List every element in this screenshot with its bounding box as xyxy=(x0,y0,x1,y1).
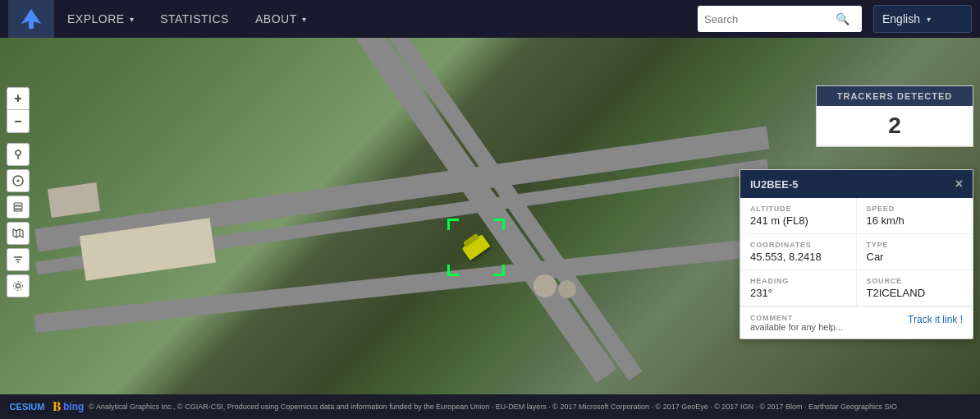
nav-about[interactable]: ABOUT ▾ xyxy=(242,0,319,38)
coordinates-value: 45.553, 8.2418 xyxy=(750,251,846,263)
track-link[interactable]: Track it link ! xyxy=(908,314,963,332)
altitude-label: ALTITUDE xyxy=(750,205,846,213)
cesium-logo-area: CESIUM xyxy=(7,399,48,414)
svg-rect-8 xyxy=(14,210,22,211)
search-bar[interactable]: 🔍 xyxy=(698,6,862,32)
comment-label: COMMENT xyxy=(750,314,901,322)
language-selector[interactable]: English ▾ xyxy=(873,5,972,33)
svg-marker-9 xyxy=(13,229,23,237)
target-corner-tl xyxy=(447,219,459,230)
filter-icon xyxy=(12,254,24,265)
comment-row: COMMENT available for any help... Track … xyxy=(740,306,973,338)
compass-icon xyxy=(12,175,24,186)
heading-value: 231° xyxy=(750,287,846,299)
cesium-text: CESIUM xyxy=(10,402,45,412)
zoom-out-button[interactable]: − xyxy=(7,110,30,133)
source-label: SOURCE xyxy=(867,277,964,285)
silo-2 xyxy=(558,280,576,298)
zoom-in-button[interactable]: + xyxy=(7,87,30,110)
nav-explore[interactable]: EXPLORE ▾ xyxy=(54,0,147,38)
heading-cell: HEADING 231° xyxy=(740,270,857,306)
speed-label: SPEED xyxy=(867,205,964,213)
info-close-button[interactable]: × xyxy=(955,177,963,191)
trackers-panel: TRACKERS DETECTED 2 xyxy=(816,85,973,147)
trackers-header: TRACKERS DETECTED xyxy=(817,86,973,106)
trackers-count: 2 xyxy=(817,106,973,146)
coordinates-label: COORDINATES xyxy=(750,241,846,249)
altitude-cell: ALTITUDE 241 m (FL8) xyxy=(740,198,857,234)
type-cell: TYPE Car xyxy=(857,234,973,270)
filter-button[interactable] xyxy=(7,248,30,271)
svg-point-2 xyxy=(16,150,21,155)
altitude-value: 241 m (FL8) xyxy=(750,214,846,227)
speed-cell: SPEED 16 km/h xyxy=(857,198,973,234)
coordinates-cell: COORDINATES 45.553, 8.2418 xyxy=(740,234,857,270)
svg-rect-1 xyxy=(29,21,34,29)
explore-caret-icon: ▾ xyxy=(130,15,135,24)
bing-logo-area: 𝐁 bing xyxy=(53,399,84,414)
bing-icon: 𝐁 xyxy=(53,399,62,414)
map-icon xyxy=(12,228,24,239)
info-panel: IU2BEE-5 × ALTITUDE 241 m (FL8) SPEED 16… xyxy=(740,169,973,339)
heading-label: HEADING xyxy=(750,277,846,285)
bing-text: bing xyxy=(63,401,84,412)
svg-point-15 xyxy=(16,284,21,288)
svg-rect-7 xyxy=(14,206,22,209)
type-label: TYPE xyxy=(867,241,964,249)
settings-button[interactable] xyxy=(7,274,30,297)
nav-statistics[interactable]: STATISTICS xyxy=(147,0,242,38)
search-icon: 🔍 xyxy=(836,12,849,25)
type-value: Car xyxy=(867,251,964,263)
vehicle-target[interactable] xyxy=(447,219,505,276)
cesium-logo: CESIUM xyxy=(7,399,48,414)
navbar: EXPLORE ▾ STATISTICS ABOUT ▾ 🔍 English ▾ xyxy=(0,0,980,38)
map-controls: + − xyxy=(7,87,30,297)
compass-button[interactable] xyxy=(7,169,30,192)
layers-icon xyxy=(12,201,24,213)
source-cell: SOURCE T2ICELAND xyxy=(857,270,973,306)
search-input[interactable] xyxy=(704,13,836,25)
svg-rect-6 xyxy=(14,203,22,205)
comment-left: COMMENT available for any help... xyxy=(750,314,901,332)
target-corner-tr xyxy=(493,219,505,230)
source-value: T2ICELAND xyxy=(867,287,964,299)
about-caret-icon: ▾ xyxy=(302,15,307,24)
target-corner-br xyxy=(493,265,505,276)
target-corner-bl xyxy=(447,265,459,276)
app-logo[interactable] xyxy=(8,0,54,38)
plane-logo-icon xyxy=(18,6,44,32)
map-area[interactable]: + − TRACKERS DETECTED 2 IU2BEE-5 xyxy=(0,38,980,394)
settings-icon xyxy=(12,280,24,292)
comment-value: available for any help... xyxy=(750,322,901,332)
lang-caret-icon: ▾ xyxy=(927,15,931,24)
map-icon-button[interactable] xyxy=(7,222,30,245)
layers-button[interactable] xyxy=(7,196,30,219)
location-pin-button[interactable] xyxy=(7,143,30,166)
svg-point-16 xyxy=(14,282,23,291)
speed-value: 16 km/h xyxy=(867,214,964,227)
pin-icon xyxy=(12,149,24,160)
bottom-bar: CESIUM 𝐁 bing © Analytical Graphics Inc.… xyxy=(0,394,980,419)
silo-1 xyxy=(534,274,556,297)
info-header: IU2BEE-5 × xyxy=(740,170,973,198)
copyright-text: © Analytical Graphics Inc., © CGIAR-CSI,… xyxy=(89,403,973,411)
info-grid: ALTITUDE 241 m (FL8) SPEED 16 km/h COORD… xyxy=(740,198,973,306)
svg-point-5 xyxy=(17,180,20,182)
info-title: IU2BEE-5 xyxy=(750,178,799,191)
